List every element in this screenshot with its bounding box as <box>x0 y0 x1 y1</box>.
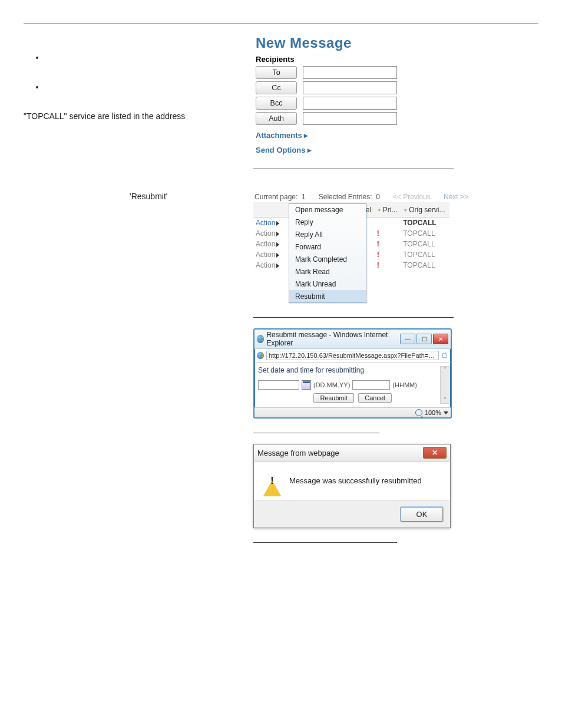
scroll-up-icon[interactable]: ˄ <box>444 367 447 373</box>
confirmation-dialog: Message from webpage ✕ Message was succe… <box>253 444 451 528</box>
cell-orig: TOPCALL <box>401 249 449 260</box>
menu-item[interactable]: Mark Unread <box>289 278 366 290</box>
action-link[interactable]: Action <box>253 239 286 249</box>
resubmit-window: Resubmit message - Windows Internet Expl… <box>253 328 452 419</box>
maximize-button[interactable]: ☐ <box>416 334 432 344</box>
entries-grid: Current page: 1 Selected Entries: 0 << P… <box>253 193 538 303</box>
attachments-expander[interactable]: Attachments <box>256 131 536 140</box>
recipients-heading: Recipients <box>256 55 536 64</box>
ok-button[interactable]: OK <box>401 507 443 522</box>
priority-icon: ! <box>377 251 379 259</box>
minimize-button[interactable]: — <box>400 334 415 344</box>
cell-pri: ! <box>375 249 401 260</box>
bullet <box>45 52 242 58</box>
warning-icon <box>263 472 281 489</box>
action-link[interactable]: Action <box>253 228 286 239</box>
separator <box>253 542 397 543</box>
action-link[interactable]: Action <box>253 260 286 271</box>
cell-pri <box>375 218 401 229</box>
ie-icon <box>257 352 264 359</box>
date-hint: (DD.MM.YY) <box>313 381 350 388</box>
zoom-icon[interactable] <box>415 409 422 416</box>
date-input[interactable] <box>258 380 299 390</box>
auth-button[interactable]: Auth <box>256 112 297 125</box>
separator <box>253 317 454 318</box>
scrollbar[interactable]: ˄ ˅ <box>440 366 449 404</box>
cell-pri: ! <box>375 228 401 239</box>
separator <box>253 169 454 169</box>
chevron-right-icon <box>276 221 279 226</box>
selected-count: 0 <box>376 193 380 201</box>
action-context-menu: Open messageReplyReply AllForwardMark Co… <box>289 203 366 303</box>
next-page[interactable]: Next >> <box>444 193 468 201</box>
address-bar[interactable]: http://172.20.150.63/ResubmitMessage.asp… <box>266 351 439 360</box>
cc-input[interactable] <box>303 81 397 94</box>
current-page-label: Current page: <box>254 193 297 201</box>
sendoptions-expander[interactable]: Send Options <box>256 146 536 154</box>
zoom-dropdown-icon[interactable] <box>444 411 448 414</box>
window-title: Resubmit message - Windows Internet Expl… <box>266 331 399 347</box>
current-page: 1 <box>302 193 306 201</box>
cancel-button[interactable]: Cancel <box>358 393 391 403</box>
resubmit-button[interactable]: Resubmit <box>313 393 353 403</box>
menu-item[interactable]: Forward <box>289 241 366 253</box>
new-message-panel: New Message Recipients To Cc Bcc Auth <box>253 35 538 154</box>
auth-input[interactable] <box>303 112 397 125</box>
address-note: "TOPCALL" service are listed in the addr… <box>24 111 242 121</box>
bcc-button[interactable]: Bcc <box>256 97 297 110</box>
col-pri[interactable]: Pri... <box>375 202 401 218</box>
selected-label: Selected Entries: <box>319 193 372 201</box>
cc-button[interactable]: Cc <box>256 81 297 94</box>
dialog-title: Message from webpage <box>257 449 339 457</box>
calendar-icon[interactable] <box>302 380 311 390</box>
to-button[interactable]: To <box>256 66 297 79</box>
cell-orig: TOPCALL <box>401 260 449 271</box>
resubmit-note: 'Resubmit' <box>130 192 242 201</box>
dialog-message: Message was successfully resubmitted <box>289 476 422 485</box>
cell-pri: ! <box>375 260 401 271</box>
close-button[interactable]: ✕ <box>433 334 448 344</box>
menu-item[interactable]: Mark Completed <box>289 253 366 265</box>
col-orig[interactable]: Orig servi... <box>401 202 449 218</box>
action-link[interactable]: Action <box>253 218 286 229</box>
close-button[interactable]: ✕ <box>423 447 447 459</box>
menu-item[interactable]: Open message <box>289 204 366 216</box>
ie-icon <box>257 335 264 343</box>
left-column: "TOPCALL" service are listed in the addr… <box>24 35 242 201</box>
chevron-right-icon <box>276 242 279 247</box>
time-hint: (HHMM) <box>392 381 417 388</box>
menu-item[interactable]: Mark Read <box>289 265 366 278</box>
cell-orig: TOPCALL <box>401 218 449 229</box>
chevron-right-icon <box>276 253 279 258</box>
separator <box>253 433 379 433</box>
bullet <box>45 82 242 88</box>
bcc-input[interactable] <box>303 97 397 110</box>
window-titlebar[interactable]: Resubmit message - Windows Internet Expl… <box>254 330 451 349</box>
zoom-level: 100% <box>425 409 441 416</box>
prev-page[interactable]: << Previous <box>393 193 431 201</box>
panel-title: New Message <box>256 35 536 51</box>
cell-orig: TOPCALL <box>401 228 449 239</box>
resubmit-heading: Set date and time for resubmitting <box>258 366 447 374</box>
chevron-right-icon <box>276 263 279 268</box>
cell-pri: ! <box>375 239 401 249</box>
priority-icon: ! <box>377 240 379 248</box>
priority-icon: ! <box>377 229 379 238</box>
menu-item[interactable]: Reply <box>289 216 366 228</box>
scroll-down-icon[interactable]: ˅ <box>444 397 447 403</box>
priority-icon: ! <box>377 261 379 269</box>
chevron-right-icon <box>276 232 279 236</box>
time-input[interactable] <box>352 380 390 390</box>
to-input[interactable] <box>303 66 397 79</box>
menu-item[interactable]: Reply All <box>289 228 366 241</box>
action-link[interactable]: Action <box>253 249 286 260</box>
cell-orig: TOPCALL <box>401 239 449 249</box>
compat-icon[interactable]: 🗋 <box>441 351 448 360</box>
menu-item[interactable]: Resubmit <box>289 290 366 302</box>
